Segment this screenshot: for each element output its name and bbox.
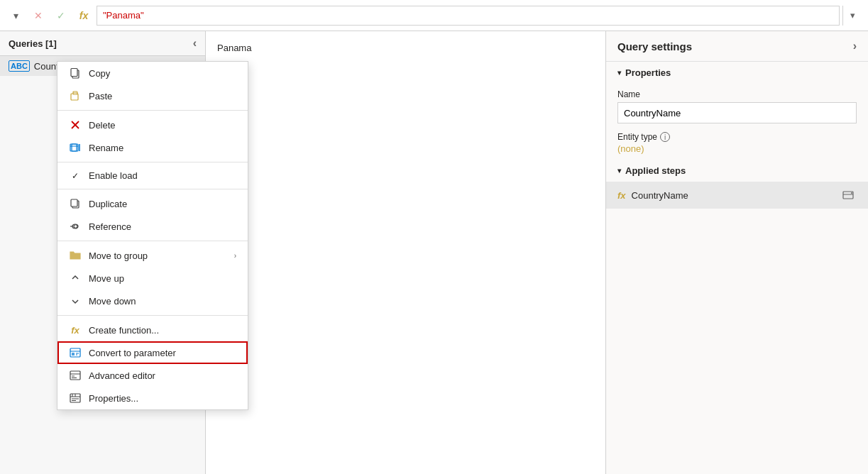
applied-steps-section-header[interactable]: ▾ Applied steps bbox=[606, 160, 868, 182]
center-content: Panama bbox=[206, 31, 605, 474]
menu-divider-4 bbox=[57, 241, 248, 241]
formula-expand-btn[interactable]: ▾ bbox=[842, 6, 862, 26]
menu-divider-1 bbox=[57, 110, 248, 111]
menu-label-enable-load: Enable load bbox=[89, 170, 236, 181]
step-name-countryname: CountryName bbox=[632, 190, 834, 201]
menu-item-reference[interactable]: Reference bbox=[57, 215, 248, 238]
applied-steps-section-label: Applied steps bbox=[625, 165, 686, 176]
menu-item-paste[interactable]: Paste bbox=[57, 84, 248, 107]
menu-label-advanced-editor: Advanced editor bbox=[89, 370, 236, 381]
formula-input[interactable] bbox=[97, 6, 840, 26]
paste-icon bbox=[69, 89, 82, 102]
enable-load-checkmark: ✓ bbox=[69, 171, 82, 181]
menu-label-convert-to-parameter: Convert to parameter bbox=[89, 348, 236, 358]
right-panel: Query settings › ▾ Properties Name Entit… bbox=[605, 31, 868, 474]
menu-item-move-to-group[interactable]: Move to group › bbox=[57, 244, 248, 267]
properties-chevron-icon: ▾ bbox=[617, 69, 621, 77]
properties-section-header[interactable]: ▾ Properties bbox=[606, 62, 868, 84]
svg-rect-16 bbox=[72, 353, 75, 356]
menu-item-copy[interactable]: Copy bbox=[57, 62, 248, 84]
move-up-icon bbox=[69, 272, 82, 285]
menu-item-move-up[interactable]: Move up bbox=[57, 267, 248, 290]
menu-item-delete[interactable]: Delete bbox=[57, 114, 248, 136]
svg-point-31 bbox=[851, 192, 852, 194]
menu-divider-3 bbox=[57, 189, 248, 189]
name-field-label: Name bbox=[617, 89, 857, 99]
fx-icon: fx bbox=[69, 324, 82, 336]
right-panel-expand-btn[interactable]: › bbox=[853, 40, 857, 53]
entity-type-label: Entity type i bbox=[617, 132, 857, 142]
formula-fx-btn[interactable]: fx bbox=[74, 6, 94, 26]
menu-label-create-function: Create function... bbox=[89, 325, 236, 336]
menu-label-move-to-group: Move to group bbox=[89, 250, 227, 261]
menu-item-create-function[interactable]: fx Create function... bbox=[57, 319, 248, 341]
main-area: Queries [1] ‹ ABC CountryName Copy bbox=[0, 31, 868, 474]
step-item-countryname[interactable]: fx CountryName bbox=[606, 182, 868, 209]
svg-rect-14 bbox=[70, 348, 80, 357]
entity-type-group: Entity type i (none) bbox=[606, 129, 868, 160]
menu-label-reference: Reference bbox=[89, 221, 236, 232]
menu-item-enable-load[interactable]: ✓ Enable load bbox=[57, 165, 248, 186]
step-settings-btn[interactable] bbox=[840, 187, 857, 204]
menu-label-properties: Properties... bbox=[89, 393, 236, 404]
rename-icon bbox=[69, 141, 82, 154]
right-panel-title: Query settings bbox=[617, 40, 692, 53]
properties-icon bbox=[69, 392, 82, 404]
formula-confirm-btn[interactable]: ✓ bbox=[51, 6, 71, 26]
properties-section-label: Properties bbox=[625, 67, 671, 78]
duplicate-icon bbox=[69, 197, 82, 210]
right-panel-header: Query settings › bbox=[606, 31, 868, 62]
entity-type-info-icon[interactable]: i bbox=[660, 132, 670, 142]
convert-icon bbox=[69, 346, 82, 359]
menu-label-duplicate: Duplicate bbox=[89, 199, 236, 209]
copy-icon bbox=[69, 67, 82, 79]
sidebar-header: Queries [1] ‹ bbox=[0, 31, 205, 56]
menu-divider-5 bbox=[57, 315, 248, 316]
applied-steps-section: ▾ Applied steps fx CountryName bbox=[606, 160, 868, 474]
applied-steps-chevron-icon: ▾ bbox=[617, 167, 621, 175]
name-field-input[interactable] bbox=[617, 102, 857, 123]
menu-item-advanced-editor[interactable]: Advanced editor bbox=[57, 364, 248, 387]
menu-item-rename[interactable]: Rename bbox=[57, 136, 248, 159]
menu-label-paste: Paste bbox=[89, 91, 236, 101]
formula-bar: ▾ ✕ ✓ fx ▾ bbox=[0, 0, 868, 31]
menu-label-delete: Delete bbox=[89, 120, 236, 131]
entity-type-value: (none) bbox=[617, 143, 857, 154]
context-menu: Copy Paste bbox=[57, 61, 248, 410]
formula-chevron-btn[interactable]: ▾ bbox=[6, 6, 26, 26]
reference-icon bbox=[69, 220, 82, 233]
menu-label-move-down: Move down bbox=[89, 296, 236, 307]
menu-label-copy: Copy bbox=[89, 68, 236, 79]
advanced-editor-icon bbox=[69, 369, 82, 382]
panama-value: Panama bbox=[217, 43, 251, 53]
svg-rect-1 bbox=[71, 69, 77, 77]
menu-item-convert-to-parameter[interactable]: Convert to parameter bbox=[57, 341, 248, 364]
folder-icon bbox=[69, 249, 82, 262]
menu-item-properties[interactable]: Properties... bbox=[57, 387, 248, 409]
delete-icon bbox=[69, 118, 82, 131]
submenu-arrow-icon: › bbox=[234, 252, 236, 260]
menu-item-duplicate[interactable]: Duplicate bbox=[57, 192, 248, 215]
formula-cancel-btn[interactable]: ✕ bbox=[28, 6, 48, 26]
svg-rect-12 bbox=[71, 199, 77, 206]
svg-rect-4 bbox=[73, 92, 77, 94]
menu-divider-2 bbox=[57, 162, 248, 162]
sidebar-title: Queries [1] bbox=[9, 38, 57, 49]
name-field-group: Name bbox=[606, 84, 868, 129]
sidebar: Queries [1] ‹ ABC CountryName Copy bbox=[0, 31, 206, 474]
menu-label-rename: Rename bbox=[89, 143, 236, 153]
svg-rect-19 bbox=[70, 371, 80, 380]
menu-item-move-down[interactable]: Move down bbox=[57, 290, 248, 312]
menu-label-move-up: Move up bbox=[89, 273, 236, 284]
move-down-icon bbox=[69, 294, 82, 307]
svg-rect-8 bbox=[72, 144, 77, 151]
step-fx-icon: fx bbox=[617, 190, 626, 201]
abc-icon: ABC bbox=[9, 60, 30, 72]
sidebar-collapse-btn[interactable]: ‹ bbox=[193, 37, 197, 50]
